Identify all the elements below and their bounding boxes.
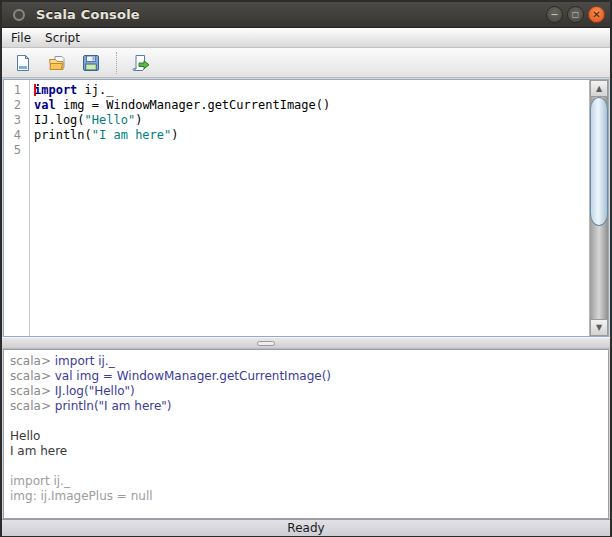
divider-grip-handle[interactable] bbox=[257, 341, 275, 346]
split-pane-divider[interactable] bbox=[2, 337, 610, 349]
new-file-button[interactable] bbox=[10, 50, 36, 76]
code-line: IJ.log("Hello") bbox=[34, 113, 589, 128]
output-line: scala> val img = WindowManager.getCurren… bbox=[10, 369, 608, 384]
code-line: val img = WindowManager.getCurrentImage(… bbox=[34, 98, 589, 113]
code-line bbox=[34, 143, 589, 158]
output-line: scala> IJ.log("Hello") bbox=[10, 384, 608, 399]
menu-file[interactable]: File bbox=[4, 29, 38, 47]
status-bar: Ready bbox=[2, 519, 610, 536]
save-floppy-icon bbox=[82, 54, 100, 72]
line-number: 3 bbox=[4, 113, 21, 128]
output-line bbox=[10, 414, 608, 429]
scroll-up-icon: ▲ bbox=[596, 84, 602, 93]
scrollbar-thumb[interactable] bbox=[590, 97, 608, 226]
scroll-down-button[interactable]: ▼ bbox=[590, 319, 608, 336]
line-number: 5 bbox=[4, 143, 21, 158]
minimize-icon: − bbox=[550, 9, 558, 19]
scala-console-window: Scala Console − ▢ ✕ File Script bbox=[0, 0, 612, 537]
open-file-button[interactable] bbox=[44, 50, 70, 76]
line-number: 1 bbox=[4, 83, 21, 98]
run-script-icon bbox=[131, 54, 150, 72]
code-line: import ij._ bbox=[34, 83, 589, 98]
minimize-button[interactable]: − bbox=[546, 6, 563, 23]
output-line bbox=[10, 459, 608, 474]
save-button[interactable] bbox=[78, 50, 104, 76]
close-button[interactable]: ✕ bbox=[588, 6, 605, 23]
output-area[interactable]: scala> import ij._scala> val img = Windo… bbox=[3, 349, 609, 519]
window-title: Scala Console bbox=[36, 7, 542, 22]
maximize-button[interactable]: ▢ bbox=[567, 6, 584, 23]
app-window-icon bbox=[13, 9, 25, 21]
close-icon: ✕ bbox=[592, 9, 600, 19]
scroll-down-icon: ▼ bbox=[596, 323, 602, 332]
line-number: 2 bbox=[4, 98, 21, 113]
run-script-button[interactable] bbox=[127, 50, 153, 76]
output-line: Hello bbox=[10, 429, 608, 444]
maximize-icon: ▢ bbox=[572, 10, 580, 18]
line-number: 4 bbox=[4, 128, 21, 143]
output-line: scala> import ij._ bbox=[10, 354, 608, 369]
menu-bar: File Script bbox=[2, 28, 610, 48]
editor-vertical-scrollbar: ▲ ▼ bbox=[589, 80, 608, 336]
open-folder-icon bbox=[48, 54, 66, 72]
toolbar bbox=[2, 48, 610, 78]
output-line: img: ij.ImagePlus = null bbox=[10, 489, 608, 504]
new-document-icon bbox=[14, 54, 32, 72]
output-line: scala> println("I am here") bbox=[10, 399, 608, 414]
output-line: import ij._ bbox=[10, 474, 608, 489]
code-area[interactable]: import ij._val img = WindowManager.getCu… bbox=[30, 80, 589, 336]
menu-script[interactable]: Script bbox=[38, 29, 87, 47]
scrollbar-track[interactable] bbox=[590, 97, 608, 319]
scroll-up-button[interactable]: ▲ bbox=[590, 80, 608, 97]
toolbar-separator bbox=[116, 52, 117, 74]
output-line: I am here bbox=[10, 444, 608, 459]
code-line: println("I am here") bbox=[34, 128, 589, 143]
code-editor: 12345 import ij._val img = WindowManager… bbox=[3, 79, 609, 337]
status-text: Ready bbox=[287, 521, 324, 535]
line-number-gutter: 12345 bbox=[4, 80, 30, 336]
title-bar[interactable]: Scala Console − ▢ ✕ bbox=[2, 2, 610, 28]
